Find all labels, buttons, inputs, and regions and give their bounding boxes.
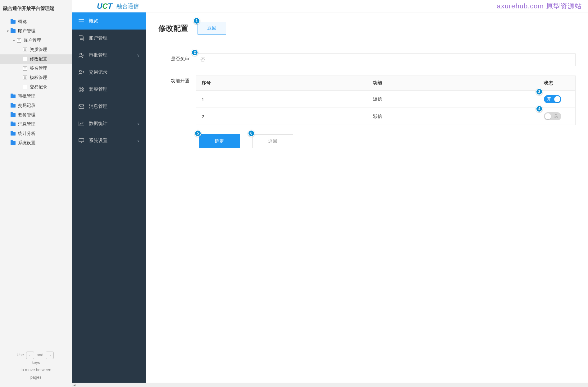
folder-icon (11, 141, 16, 145)
tree-item-label: 统计分析 (18, 131, 35, 136)
sidebar-item-label: 系统设置 (89, 138, 107, 144)
page-title: 修改配置 (158, 23, 188, 33)
user-list-icon (78, 70, 84, 75)
annotation-badge-5[interactable]: 5 (194, 130, 201, 137)
prototype-tree-panel: 融合通信开放平台管理端 概览▼账户管理▼账户管理资质管理修改配置签名管理模板管理… (0, 0, 72, 387)
page-icon (17, 38, 21, 43)
main-sidebar: 概览账户管理审批管理∨交易记录套餐管理消息管理数据统计∨系统设置∨ (72, 12, 146, 383)
page-header: 修改配置 1 返回 (158, 22, 576, 41)
back-button[interactable]: 返回 (198, 22, 226, 35)
sidebar-item-label: 交易记录 (89, 69, 107, 75)
tree-title: 融合通信开放平台管理端 (0, 0, 72, 17)
annotation-badge-6[interactable]: 6 (248, 130, 255, 137)
sidebar-item-label: 概览 (89, 18, 98, 24)
table-header-row: 序号 功能 状态 (196, 76, 576, 91)
page-icon (23, 57, 27, 61)
sidebar-item[interactable]: 概览 (72, 12, 146, 30)
sidebar-item[interactable]: 系统设置∨ (72, 132, 146, 149)
svg-rect-12 (79, 139, 84, 142)
svg-point-5 (80, 53, 82, 55)
button-row: 5 确定 6 返回 (158, 134, 576, 148)
tree-item-label: 账户管理 (18, 28, 35, 34)
tree-folder-item[interactable]: 系统设置 (0, 138, 72, 148)
sidebar-item[interactable]: 交易记录 (72, 64, 146, 81)
toggle-knob (545, 113, 551, 119)
col-feature: 功能 (367, 76, 538, 91)
page-content: 修改配置 1 返回 是否免审 2 否 功能开通 (146, 12, 588, 383)
page-icon (23, 85, 27, 89)
page-icon (23, 48, 27, 52)
folder-icon (11, 113, 16, 117)
tree-folder-item[interactable]: 套餐管理 (0, 110, 72, 120)
annotation-badge-3[interactable]: 3 (536, 88, 543, 95)
tree-page-item[interactable]: 资质管理 (0, 45, 72, 54)
svg-point-10 (80, 88, 83, 91)
tree-page-item[interactable]: 模板管理 (0, 73, 72, 82)
tree-page-item[interactable]: 交易记录 (0, 82, 72, 92)
tree-page-item[interactable]: ▼账户管理 (0, 36, 72, 45)
scroll-left-icon[interactable]: ◀ (72, 383, 76, 387)
content-row: 概览账户管理审批管理∨交易记录套餐管理消息管理数据统计∨系统设置∨ 修改配置 1… (72, 12, 588, 383)
logo-mark: UCT (97, 2, 112, 11)
sidebar-item[interactable]: 审批管理∨ (72, 47, 146, 64)
cell-feature: 短信 (367, 91, 538, 108)
toggle-knob (554, 96, 560, 102)
menu-icon (78, 19, 84, 23)
folder-icon (11, 122, 16, 126)
tree-folder-item[interactable]: 概览 (0, 17, 72, 26)
sidebar-item[interactable]: 数据统计∨ (72, 115, 146, 132)
logo-subtitle: 融合通信 (116, 2, 139, 10)
exempt-select[interactable]: 否 (196, 53, 576, 66)
tree-item-label: 概览 (18, 19, 27, 25)
tree-item-label: 签名管理 (30, 66, 47, 71)
tree-folder-item[interactable]: 交易记录 (0, 101, 72, 110)
svg-rect-1 (79, 21, 84, 21)
tree-folder-item[interactable]: 审批管理 (0, 92, 72, 101)
sidebar-item-label: 数据统计 (89, 121, 107, 127)
tree-page-item[interactable]: 修改配置 (0, 54, 72, 64)
table-row: 2 彩信 4 关 (196, 108, 576, 125)
folder-icon (11, 94, 16, 98)
sidebar-item[interactable]: 套餐管理 (72, 81, 146, 98)
toggle-sms[interactable]: 开 (544, 95, 561, 103)
folder-icon (11, 132, 16, 136)
sidebar-item[interactable]: 消息管理 (72, 98, 146, 115)
right-key-icon: → (46, 352, 54, 359)
chevron-down-icon: ∨ (137, 53, 140, 58)
tree-item-label: 账户管理 (24, 38, 41, 43)
horizontal-scrollbar[interactable]: ◀ (72, 383, 588, 387)
tree-folder-item[interactable]: 消息管理 (0, 120, 72, 129)
svg-rect-0 (79, 19, 84, 20)
tree-item-label: 审批管理 (18, 94, 35, 99)
tree-page-item[interactable]: 签名管理 (0, 64, 72, 73)
left-key-icon: ← (26, 352, 34, 359)
user-check-icon (78, 53, 84, 58)
page-tree: 概览▼账户管理▼账户管理资质管理修改配置签名管理模板管理交易记录审批管理交易记录… (0, 17, 72, 345)
app-root: 融合通信开放平台管理端 概览▼账户管理▼账户管理资质管理修改配置签名管理模板管理… (0, 0, 588, 387)
sidebar-item-label: 账户管理 (89, 35, 107, 41)
features-label: 功能开通 (158, 76, 196, 84)
sidebar-item-label: 套餐管理 (89, 86, 107, 92)
tree-item-label: 资质管理 (30, 47, 47, 53)
cell-feature: 彩信 (367, 108, 538, 125)
page-icon (23, 66, 27, 71)
tree-folder-item[interactable]: ▼账户管理 (0, 26, 72, 36)
cancel-button[interactable]: 返回 (252, 134, 293, 148)
annotation-badge-2[interactable]: 2 (191, 49, 198, 56)
sidebar-item[interactable]: 账户管理 (72, 30, 146, 47)
confirm-button[interactable]: 确定 (199, 134, 240, 148)
features-row: 功能开通 序号 功能 状态 (158, 76, 576, 125)
col-status: 状态 (538, 76, 576, 91)
tree-item-label: 消息管理 (18, 122, 35, 127)
chevron-down-icon: ∨ (137, 122, 140, 126)
mail-icon (78, 104, 84, 109)
main-area: UCT 融合通信 axurehub.com 原型资源站 概览账户管理审批管理∨交… (72, 0, 588, 387)
sidebar-item-label: 审批管理 (89, 52, 107, 58)
annotation-badge-4[interactable]: 4 (536, 105, 543, 112)
tree-item-label: 修改配置 (30, 56, 47, 62)
tree-item-label: 套餐管理 (18, 112, 35, 118)
annotation-badge-1[interactable]: 1 (193, 17, 200, 24)
toggle-mms[interactable]: 关 (544, 112, 561, 120)
tree-folder-item[interactable]: 统计分析 (0, 129, 72, 138)
keyboard-hint: Use ← and → keys to move between pages (0, 345, 72, 387)
